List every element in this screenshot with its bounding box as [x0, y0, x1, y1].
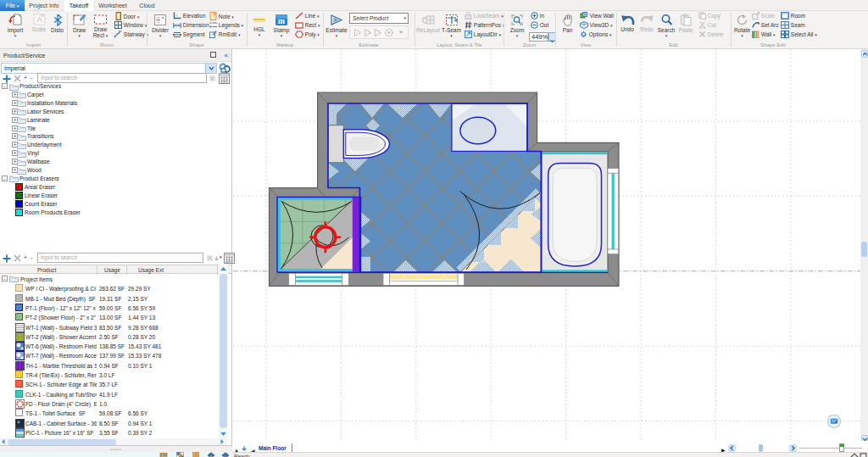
svg-text:A: A: [36, 15, 42, 24]
svg-text:m: m: [278, 16, 286, 25]
